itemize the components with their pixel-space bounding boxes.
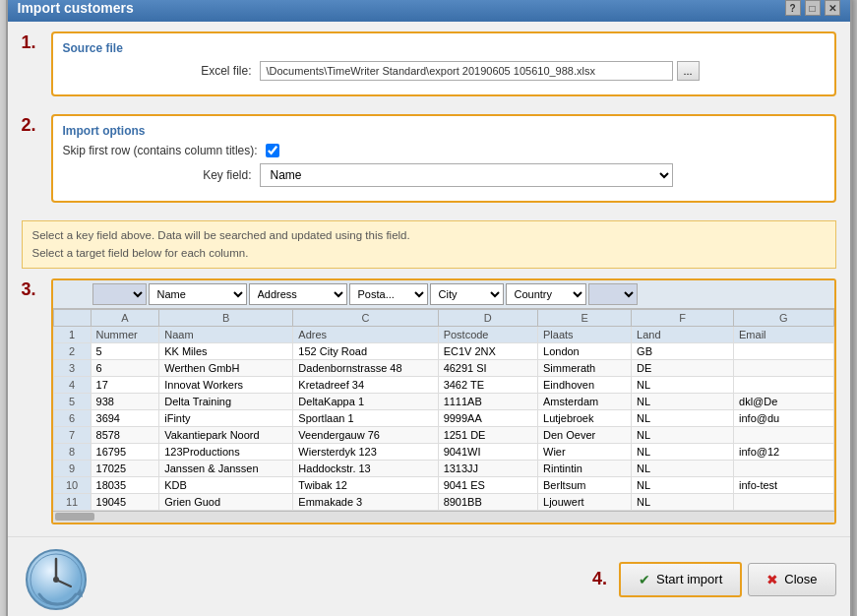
table-row: 5938Delta TrainingDeltaKappa 11111ABAmst… xyxy=(53,393,833,409)
cell: 938 xyxy=(91,393,159,409)
help-button[interactable]: ? xyxy=(785,0,801,16)
mapping-container: Skip NameSkip AddressSkip Posta...Skip C… xyxy=(51,278,836,524)
col-map-g[interactable]: Skip xyxy=(588,283,638,305)
cell xyxy=(734,493,833,510)
skip-label: Skip first row (contains column titles): xyxy=(63,144,266,157)
table-row: 917025Janssen & JanssenHaddockstr. 13131… xyxy=(53,460,833,476)
row-number: 5 xyxy=(53,393,91,409)
table-row: 1NummerNaamAdresPostcodePlaatsLandEmail xyxy=(53,326,833,342)
import-options-section: Import options Skip first row (contains … xyxy=(51,114,836,203)
info-box: Select a key field above. Data will be s… xyxy=(22,220,836,269)
key-field-row: Key field: Name Number Email xyxy=(63,163,825,187)
row-number: 9 xyxy=(53,460,91,476)
import-options-title: Import options xyxy=(63,124,825,138)
cell: NL xyxy=(632,393,734,409)
cell: KK Miles xyxy=(159,342,293,359)
key-field-select[interactable]: Name Number Email xyxy=(260,163,673,187)
cell xyxy=(734,460,833,476)
excel-file-row: Excel file: \Documents\TimeWriter Standa… xyxy=(63,61,825,81)
cell: NL xyxy=(632,493,734,510)
skip-row-checkbox[interactable] xyxy=(266,144,279,157)
row-number: 10 xyxy=(53,476,91,493)
col-map-b[interactable]: NameSkip xyxy=(149,283,247,305)
step1-section-inner: Source file Excel file: \Documents\TimeW… xyxy=(51,31,836,106)
cell: NL xyxy=(632,376,734,393)
cell: 16795 xyxy=(91,443,159,460)
col-h-d: D xyxy=(438,309,537,326)
svg-point-4 xyxy=(53,577,59,583)
cell: Vakantiepark Noord xyxy=(159,426,293,443)
cell: Postcode xyxy=(438,326,537,342)
col-map-d[interactable]: Posta...Skip xyxy=(349,283,428,305)
cell: 9999AA xyxy=(438,409,537,426)
cell: Land xyxy=(632,326,734,342)
cell: DE xyxy=(632,359,734,376)
close-dialog-button[interactable]: ✖ Close xyxy=(748,563,835,596)
file-input-row: \Documents\TimeWriter Standard\export 20… xyxy=(260,61,700,81)
browse-button[interactable]: ... xyxy=(677,61,700,81)
x-icon: ✖ xyxy=(766,572,778,587)
clock-icon xyxy=(22,545,91,614)
row-number: 7 xyxy=(53,426,91,443)
col-header-row: A B C D E F G xyxy=(53,309,833,326)
row-number: 1 xyxy=(53,326,91,342)
source-file-title: Source file xyxy=(63,41,825,55)
col-map-a[interactable]: Skip xyxy=(92,283,147,305)
cell: Wiersterdyk 123 xyxy=(293,443,438,460)
cell: 1313JJ xyxy=(438,460,537,476)
cell: 6 xyxy=(91,359,159,376)
source-file-section: Source file Excel file: \Documents\TimeW… xyxy=(51,31,836,96)
table-row: 63694iFintySportlaan 19999AALutjebroekNL… xyxy=(53,409,833,426)
cell: Delta Training xyxy=(159,393,293,409)
cell: Lutjebroek xyxy=(538,409,632,426)
start-import-button[interactable]: ✔ Start import xyxy=(619,562,742,597)
step4-number: 4. xyxy=(592,569,607,589)
cell: GB xyxy=(632,342,734,359)
cell xyxy=(734,342,833,359)
cell: Adres xyxy=(293,326,438,342)
import-btn-label: Start import xyxy=(656,572,722,586)
cell: Sportlaan 1 xyxy=(293,409,438,426)
step1-row: 1. Source file Excel file: \Documents\Ti… xyxy=(22,31,836,106)
cell: 8901BB xyxy=(438,493,537,510)
check-icon: ✔ xyxy=(639,572,650,587)
cell: Amsterdam xyxy=(538,393,632,409)
cell: 17 xyxy=(91,376,159,393)
cell: 123Productions xyxy=(159,443,293,460)
scroll-thumb[interactable] xyxy=(55,513,94,521)
cell: info@12 xyxy=(734,443,833,460)
cell: EC1V 2NX xyxy=(438,342,537,359)
cell: 19045 xyxy=(91,493,159,510)
cell: Ljouwert xyxy=(538,493,632,510)
cell: Berltsum xyxy=(538,476,632,493)
cell: 3462 TE xyxy=(438,376,537,393)
horizontal-scrollbar[interactable] xyxy=(53,511,834,523)
col-map-f[interactable]: CountrySkip xyxy=(506,283,586,305)
file-path-display: \Documents\TimeWriter Standard\export 20… xyxy=(260,61,673,81)
cell: Den Oever xyxy=(538,426,632,443)
cell: Veendergauw 76 xyxy=(293,426,438,443)
cell: NL xyxy=(632,426,734,443)
cell: DeltaKappa 1 xyxy=(293,393,438,409)
col-map-c[interactable]: AddressSkip xyxy=(249,283,347,305)
cell: 1251 DE xyxy=(438,426,537,443)
minimize-button[interactable]: □ xyxy=(805,0,821,16)
step3-number: 3. xyxy=(22,280,43,298)
cell xyxy=(734,426,833,443)
cell: 152 City Road xyxy=(293,342,438,359)
step2-section-inner: Import options Skip first row (contains … xyxy=(51,114,836,213)
cell: Haddockstr. 13 xyxy=(293,460,438,476)
dialog-content: 1. Source file Excel file: \Documents\Ti… xyxy=(8,22,850,536)
row-number: 3 xyxy=(53,359,91,376)
table-row: 417Innovat WorkersKretadreef 343462 TEEi… xyxy=(53,376,833,393)
col-h-f: F xyxy=(632,309,734,326)
col-h-num xyxy=(53,309,91,326)
close-title-button[interactable]: ✕ xyxy=(825,0,840,16)
cell: NL xyxy=(632,476,734,493)
col-map-e[interactable]: CitySkip xyxy=(430,283,504,305)
close-btn-label: Close xyxy=(784,572,817,586)
row-number: 11 xyxy=(53,493,91,510)
cell xyxy=(734,359,833,376)
cell: Plaats xyxy=(538,326,632,342)
cell: Janssen & Janssen xyxy=(159,460,293,476)
